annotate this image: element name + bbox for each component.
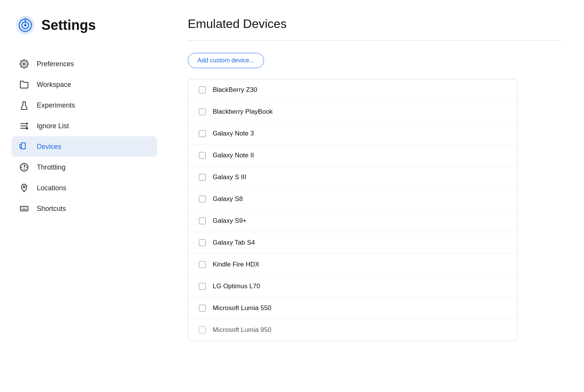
flask-icon (19, 100, 29, 110)
device-label: Blackberry PlayBook (213, 108, 273, 116)
sidebar-item-label: Shortcuts (37, 205, 66, 213)
device-checkbox-microsoft-lumia-950[interactable] (199, 327, 206, 333)
svg-line-10 (27, 124, 28, 124)
sidebar-item-ignore-list[interactable]: Ignore List (11, 116, 157, 136)
device-label: Galaxy S8 (213, 195, 243, 203)
app-logo (15, 15, 35, 35)
device-label: Galaxy S9+ (213, 217, 246, 225)
gear-icon (19, 59, 29, 69)
device-checkbox-lg-optimus-l70[interactable] (199, 283, 206, 290)
sidebar-item-workspace[interactable]: Workspace (11, 74, 157, 95)
device-checkbox-blackberry-playbook[interactable] (199, 108, 206, 115)
device-item-blackberry-playbook[interactable]: Blackberry PlayBook (188, 101, 517, 123)
location-icon (19, 183, 29, 193)
svg-rect-17 (20, 206, 28, 211)
sidebar-item-label: Workspace (37, 81, 71, 89)
sidebar-item-label: Experiments (37, 101, 75, 109)
devices-icon (19, 142, 29, 152)
sidebar-item-label: Throttling (37, 163, 66, 172)
device-item-galaxy-s-iii[interactable]: Galaxy S III (188, 167, 517, 188)
device-checkbox-galaxy-s-iii[interactable] (199, 174, 206, 181)
page-title: Emulated Devices (188, 17, 561, 31)
sidebar-item-preferences[interactable]: Preferences (11, 54, 157, 74)
sidebar: Settings Preferences Workspace (0, 0, 165, 392)
device-label: BlackBerry Z30 (213, 86, 257, 94)
sidebar-title: Settings (41, 17, 96, 33)
device-checkbox-galaxy-note-ii[interactable] (199, 152, 206, 159)
svg-rect-14 (20, 144, 21, 148)
svg-rect-13 (21, 143, 25, 149)
device-item-microsoft-lumia-950[interactable]: Microsoft Lumia 950 (188, 319, 517, 341)
sidebar-item-label: Devices (37, 143, 61, 151)
device-label: Galaxy S III (213, 173, 246, 181)
section-divider (188, 40, 561, 41)
device-checkbox-galaxy-s8[interactable] (199, 196, 206, 203)
svg-point-4 (23, 63, 25, 65)
device-label: Galaxy Note 3 (213, 130, 254, 137)
device-checkbox-blackberry-z30[interactable] (199, 87, 206, 93)
device-checkbox-galaxy-s9-plus[interactable] (199, 217, 206, 224)
device-label: Microsoft Lumia 550 (213, 304, 271, 312)
device-label: Galaxy Note II (213, 152, 254, 159)
device-item-galaxy-s8[interactable]: Galaxy S8 (188, 188, 517, 210)
device-item-microsoft-lumia-550[interactable]: Microsoft Lumia 550 (188, 297, 517, 319)
device-item-blackberry-z30[interactable]: BlackBerry Z30 (188, 79, 517, 101)
device-label: Microsoft Lumia 950 (213, 326, 271, 334)
device-checkbox-kindle-fire-hdx[interactable] (199, 261, 206, 268)
device-label: Galaxy Tab S4 (213, 239, 255, 247)
ignore-list-icon (19, 121, 29, 131)
device-label: LG Optimus L70 (213, 283, 260, 290)
keyboard-icon (19, 204, 29, 214)
sidebar-item-experiments[interactable]: Experiments (11, 95, 157, 116)
devices-list: BlackBerry Z30 Blackberry PlayBook Galax… (188, 79, 517, 341)
sidebar-item-locations[interactable]: Locations (11, 178, 157, 198)
sidebar-item-throttling[interactable]: Throttling (11, 157, 157, 178)
device-item-galaxy-tab-s4[interactable]: Galaxy Tab S4 (188, 232, 517, 254)
device-item-kindle-fire-hdx[interactable]: Kindle Fire HDX (188, 254, 517, 276)
sidebar-item-label: Preferences (37, 60, 74, 68)
main-content: Emulated Devices Add custom device... Bl… (165, 0, 584, 392)
device-checkbox-galaxy-note-3[interactable] (199, 130, 206, 137)
sidebar-header: Settings (11, 15, 165, 35)
device-checkbox-galaxy-tab-s4[interactable] (199, 239, 206, 246)
sidebar-item-devices[interactable]: Devices (11, 136, 157, 157)
nav-list: Preferences Workspace Experiments (11, 54, 165, 219)
device-checkbox-microsoft-lumia-550[interactable] (199, 305, 206, 312)
svg-point-16 (23, 186, 25, 188)
sidebar-item-label: Ignore List (37, 122, 69, 130)
throttle-icon (19, 162, 29, 172)
device-label: Kindle Fire HDX (213, 261, 259, 268)
folder-icon (19, 80, 29, 90)
device-item-galaxy-s9-plus[interactable]: Galaxy S9+ (188, 210, 517, 232)
add-custom-device-button[interactable]: Add custom device... (188, 53, 264, 68)
sidebar-item-label: Locations (37, 184, 66, 192)
device-item-galaxy-note-ii[interactable]: Galaxy Note II (188, 145, 517, 167)
device-item-lg-optimus-l70[interactable]: LG Optimus L70 (188, 276, 517, 297)
device-item-galaxy-note-3[interactable]: Galaxy Note 3 (188, 123, 517, 145)
sidebar-item-shortcuts[interactable]: Shortcuts (11, 198, 157, 219)
